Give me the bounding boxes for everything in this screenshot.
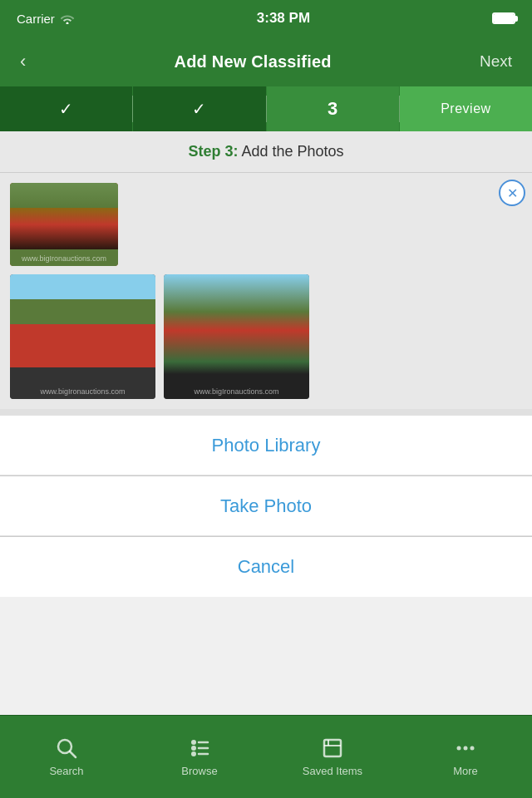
tab-browse[interactable]: Browse	[133, 736, 266, 777]
tab-search[interactable]: Search	[0, 736, 133, 777]
battery-area	[492, 12, 515, 24]
nav-bar: ‹ Add New Classified Next	[0, 37, 532, 86]
progress-bar: ✓ ✓ 3 Preview	[0, 86, 532, 131]
photo-thumb-2: www.bigIronauctions.com	[164, 274, 309, 399]
step-label: Step 3: Add the Photos	[0, 131, 532, 173]
watermark-2: www.bigIronauctions.com	[10, 387, 155, 396]
tab-saved-label: Saved Items	[303, 765, 362, 777]
photo-area: www.bigIronauctions.com ✕ www.bigIronauc…	[0, 173, 532, 409]
svg-point-13	[470, 746, 475, 751]
tab-more-label: More	[453, 765, 478, 777]
saved-icon	[320, 736, 345, 760]
tab-bar: Search Browse Saved Items	[0, 715, 532, 798]
photo-thumb-main: www.bigIronauctions.com	[10, 183, 118, 266]
step-1[interactable]: ✓	[0, 86, 132, 131]
next-button[interactable]: Next	[473, 46, 519, 77]
tab-browse-label: Browse	[181, 765, 217, 777]
browse-icon	[187, 736, 212, 760]
action-sheet: Photo Library Take Photo Cancel	[0, 416, 532, 597]
svg-rect-8	[324, 740, 341, 756]
photo-thumb-1: www.bigIronauctions.com	[10, 274, 155, 399]
svg-point-12	[464, 746, 468, 751]
step-2[interactable]: ✓	[133, 86, 265, 131]
wifi-icon	[60, 12, 75, 24]
tab-saved[interactable]: Saved Items	[266, 736, 399, 777]
cancel-button[interactable]: Cancel	[0, 537, 532, 597]
svg-point-4	[191, 746, 196, 751]
watermark-3: www.bigIronauctions.com	[164, 387, 309, 396]
carrier-label: Carrier	[17, 12, 55, 26]
photo-row-top: www.bigIronauctions.com ✕	[10, 183, 522, 266]
step-preview[interactable]: Preview	[400, 86, 532, 131]
photo-row-bottom: www.bigIronauctions.com www.bigIronaucti…	[10, 266, 522, 409]
tab-more[interactable]: More	[399, 736, 532, 777]
section-divider	[0, 409, 532, 416]
step-bold: Step 3:	[188, 143, 238, 160]
battery-icon	[492, 12, 515, 24]
close-button[interactable]: ✕	[499, 180, 525, 206]
svg-point-11	[457, 746, 461, 751]
svg-point-6	[191, 751, 196, 756]
time-label: 3:38 PM	[257, 10, 310, 27]
more-icon	[453, 736, 478, 760]
tab-search-label: Search	[49, 765, 83, 777]
search-icon	[54, 736, 79, 760]
back-button[interactable]: ‹	[13, 44, 32, 79]
nav-title: Add New Classified	[175, 52, 332, 71]
status-bar: Carrier 3:38 PM	[0, 0, 532, 37]
photo-library-button[interactable]: Photo Library	[0, 416, 532, 475]
watermark-1: www.bigIronauctions.com	[10, 254, 118, 263]
step-3[interactable]: 3	[267, 86, 399, 131]
step-text: Add the Photos	[238, 143, 343, 160]
take-photo-button[interactable]: Take Photo	[0, 476, 532, 536]
svg-line-1	[70, 751, 76, 757]
svg-point-2	[191, 740, 196, 745]
